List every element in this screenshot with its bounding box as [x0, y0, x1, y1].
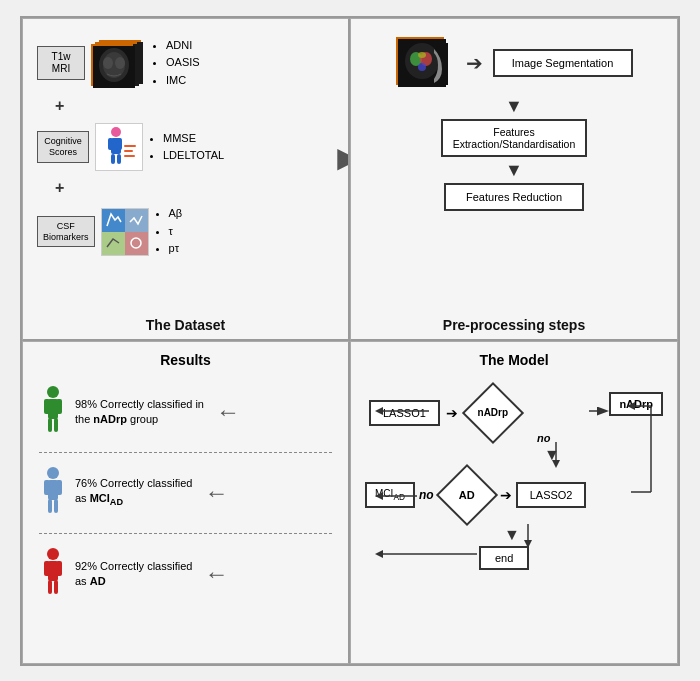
bullet-oasis: OASIS	[166, 54, 200, 72]
plus2: +	[55, 179, 334, 197]
svg-rect-48	[54, 580, 58, 594]
seg-mri-row: ➔ Image Segmentation	[396, 37, 633, 89]
ad-label: AD	[438, 466, 496, 524]
figure-blue	[39, 465, 67, 521]
svg-rect-47	[48, 580, 52, 594]
cognitive-label: Cognitive Scores	[37, 131, 89, 163]
lasso1-box: LASSO1	[369, 400, 440, 426]
csf-icon	[101, 208, 149, 256]
mri-row: T1w MRI	[37, 37, 334, 90]
arrow2: ▼	[505, 161, 523, 179]
arrow-ad-down: ▼	[504, 526, 520, 544]
csf-cell-tr	[125, 209, 148, 232]
result-text-3: 92% Correctly classifiedas AD	[75, 559, 192, 588]
result-text-2: 76% Correctly classifiedas MCIAD	[75, 476, 192, 508]
results-title: Results	[33, 352, 338, 368]
no-label-1: no	[537, 432, 550, 444]
preprocessing-title: Pre-processing steps	[351, 317, 677, 333]
features-reduction-box: Features Reduction	[444, 183, 584, 211]
seg-mri-stack	[396, 37, 456, 89]
svg-marker-59	[375, 550, 383, 558]
cognitive-icon	[95, 123, 143, 171]
svg-rect-40	[56, 480, 62, 495]
svg-point-29	[418, 63, 426, 71]
model-row-2: MCIAD no AD ➔ LASSO2	[365, 466, 586, 524]
mciad-box: MCIAD	[365, 482, 415, 508]
svg-rect-39	[44, 480, 50, 495]
model-title: The Model	[361, 352, 667, 368]
csf-row: CSF Biomarkers Aβ	[37, 205, 334, 258]
cognitive-bullets: MMSE LDELTOTAL	[163, 130, 224, 165]
result-row-1: 98% Correctly classified inthe nADrp gro…	[39, 380, 332, 444]
arrow-left-1: ←	[216, 398, 240, 426]
mri-bullets: ADNI OASIS IMC	[166, 37, 200, 90]
svg-rect-35	[48, 418, 52, 432]
lasso2-box: LASSO2	[516, 482, 587, 508]
bullet-imc: IMC	[166, 72, 200, 90]
svg-point-13	[111, 127, 121, 137]
svg-point-37	[47, 467, 59, 479]
bullet-ptau: pτ	[169, 240, 183, 258]
svg-point-12	[115, 57, 125, 69]
preprocessing-content: ➔ Image Segmentation ▼ FeaturesExtractio…	[361, 29, 667, 211]
seg-mri-front	[396, 37, 444, 85]
svg-rect-41	[48, 499, 52, 513]
results-content: 98% Correctly classified inthe nADrp gro…	[33, 374, 338, 612]
nadrp-diamond-container: nADrp	[464, 384, 522, 442]
bullet-ldeltotal: LDELTOTAL	[163, 147, 224, 165]
result-row-3: 92% Correctly classifiedas AD ←	[39, 542, 332, 606]
svg-point-31	[47, 386, 59, 398]
csf-bullets: Aβ τ pτ	[169, 205, 183, 258]
arrow-to-seg: ➔	[466, 51, 483, 75]
result-text-1: 98% Correctly classified inthe nADrp gro…	[75, 397, 204, 426]
model-row-1: LASSO1 ➔ nADrp	[369, 384, 522, 442]
model-quadrant: The Model LASSO1 ➔ nADrp no ▼ MCIAD no	[350, 341, 678, 664]
end-box: end	[479, 546, 529, 570]
arrow-left-3: ←	[204, 560, 228, 588]
dataset-quadrant: T1w MRI	[22, 18, 350, 341]
arrow-lasso1: ➔	[446, 405, 458, 421]
svg-point-22	[131, 238, 141, 248]
svg-rect-34	[56, 399, 62, 414]
nadrp-result-box: nADrp	[609, 392, 663, 416]
mri-stack-icon	[91, 38, 146, 88]
dataset-title: The Dataset	[23, 317, 348, 333]
dataset-arrow: ►	[330, 140, 350, 176]
svg-rect-21	[124, 155, 135, 157]
csf-cell-bl	[102, 232, 125, 255]
figure-red	[39, 546, 67, 602]
svg-rect-16	[117, 138, 122, 150]
figure-green	[39, 384, 67, 440]
results-quadrant: Results 98% Correctly classified inthe n…	[22, 341, 350, 664]
nadrp-label: nADrp	[464, 384, 522, 442]
svg-rect-33	[44, 399, 50, 414]
arrow-to-lasso2: ➔	[500, 487, 512, 503]
arrow-nadrp-down: ▼	[544, 446, 560, 464]
svg-rect-20	[124, 150, 133, 152]
divider-1	[39, 452, 332, 453]
bullet-mmse: MMSE	[163, 130, 224, 148]
svg-rect-19	[124, 145, 136, 147]
divider-2	[39, 533, 332, 534]
nadrp-box-right: nADrp	[609, 392, 663, 416]
svg-rect-46	[56, 561, 62, 576]
bullet-abeta: Aβ	[169, 205, 183, 223]
preprocessing-quadrant: ➔ Image Segmentation ▼ FeaturesExtractio…	[350, 18, 678, 341]
svg-rect-36	[54, 418, 58, 432]
svg-rect-17	[111, 154, 115, 164]
main-diagram: T1w MRI	[20, 16, 680, 666]
svg-point-43	[47, 548, 59, 560]
svg-rect-15	[108, 138, 113, 150]
cognitive-row: Cognitive Scores	[37, 123, 334, 171]
svg-rect-42	[54, 499, 58, 513]
svg-point-30	[418, 52, 426, 58]
mri-front	[91, 44, 133, 86]
t1w-mri-label: T1w MRI	[37, 46, 85, 80]
csf-cell-tl	[102, 209, 125, 232]
arrow-left-2: ←	[204, 479, 228, 507]
svg-rect-18	[117, 154, 121, 164]
image-segmentation-box: Image Segmentation	[493, 49, 633, 77]
ad-diamond-container: AD	[438, 466, 496, 524]
csf-label: CSF Biomarkers	[37, 216, 95, 248]
arrow1: ▼	[505, 97, 523, 115]
